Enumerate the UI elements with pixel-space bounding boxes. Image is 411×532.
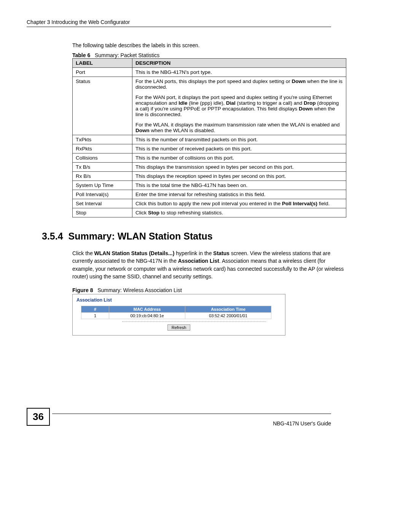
row-stop: Stop Click Stop to stop refreshing stati… — [73, 208, 346, 217]
figure8-box: Association List # MAC Address Associati… — [72, 294, 285, 335]
row-rxbs: Rx B/s This displays the reception speed… — [73, 172, 346, 181]
dotted-separator — [122, 321, 266, 322]
cell-desc: Click Stop to stop refreshing statistics… — [132, 208, 346, 217]
table6-caption: Table 6 Summary: Packet Statistics — [72, 52, 331, 58]
th-description: DESCRIPTION — [132, 59, 346, 68]
cell-label: Stop — [73, 208, 132, 217]
row-txbs: Tx B/s This displays the transmission sp… — [73, 163, 346, 172]
row-uptime: System Up Time This is the total time th… — [73, 181, 346, 190]
cell-label: Poll Interval(s) — [73, 190, 132, 199]
section-title: Summary: WLAN Station Status — [68, 231, 213, 241]
cell-label: Tx B/s — [73, 163, 132, 172]
th-label: LABEL — [73, 59, 132, 68]
section-number: 3.5.4 — [42, 231, 63, 241]
table6-caption-prefix: Table 6 — [72, 52, 90, 58]
cell-desc: This is the number of collisions on this… — [132, 153, 346, 163]
association-list-title: Association List — [76, 297, 281, 303]
th-time: Association Time — [185, 306, 271, 313]
cell-label: Port — [73, 68, 132, 77]
cell-desc: This is the total time the NBG-417N has … — [132, 181, 346, 190]
row-txpkts: TxPkts This is the number of transmitted… — [73, 135, 346, 144]
section-heading: 3.5.4 Summary: WLAN Station Status — [42, 231, 331, 242]
figure8-caption-prefix: Figure 8 — [72, 287, 93, 293]
guide-name: NBG-417N User's Guide — [273, 420, 331, 427]
assoc-row-1: 1 00:19:cb:04:80:1e 03:52:42 2000/01/01 — [81, 313, 271, 319]
cell-desc: Enter the time interval for refreshing s… — [132, 190, 346, 199]
th-index: # — [81, 306, 109, 313]
cell-label: System Up Time — [73, 181, 132, 190]
association-table: # MAC Address Association Time 1 00:19:c… — [81, 306, 271, 319]
cell-label: Rx B/s — [73, 172, 132, 181]
footer-rule — [52, 414, 331, 414]
table6-caption-title: Summary: Packet Statistics — [95, 52, 159, 58]
cell-desc: This is the number of transmitted packet… — [132, 135, 346, 144]
row-port: Port This is the NBG-417N's port type. — [73, 68, 346, 77]
cell-label: Status — [73, 77, 132, 135]
section-paragraph: Click the WLAN Station Status (Details..… — [72, 249, 346, 280]
cell-desc: This is the NBG-417N's port type. — [132, 68, 346, 77]
cell-index: 1 — [81, 313, 109, 319]
table6: LABEL DESCRIPTION Port This is the NBG-4… — [72, 58, 346, 217]
row-rxpkts: RxPkts This is the number of received pa… — [73, 144, 346, 153]
figure8-caption-title: Summary: Wireless Association List — [97, 287, 182, 293]
row-collisions: Collisions This is the number of collisi… — [73, 153, 346, 163]
figure8-caption: Figure 8 Summary: Wireless Association L… — [72, 287, 331, 293]
assoc-header-row: # MAC Address Association Time — [81, 306, 271, 313]
cell-time: 03:52:42 2000/01/01 — [185, 313, 271, 319]
cell-desc: For the LAN ports, this displays the por… — [132, 77, 346, 135]
cell-label: TxPkts — [73, 135, 132, 144]
cell-desc: Click this button to apply the new poll … — [132, 199, 346, 208]
cell-label: Set Interval — [73, 199, 132, 208]
page-number: 36 — [27, 408, 50, 426]
page-header: Chapter 3 Introducing the Web Configurat… — [27, 19, 331, 27]
cell-mac: 00:19:cb:04:80:1e — [109, 313, 185, 319]
refresh-button[interactable]: Refresh — [167, 324, 191, 331]
cell-desc: This is the number of received packets o… — [132, 144, 346, 153]
cell-label: Collisions — [73, 153, 132, 163]
row-status: Status For the LAN ports, this displays … — [73, 77, 346, 135]
intro-paragraph: The following table describes the labels… — [72, 42, 331, 48]
cell-label: RxPkts — [73, 144, 132, 153]
row-pollint: Poll Interval(s) Enter the time interval… — [73, 190, 346, 199]
table6-header-row: LABEL DESCRIPTION — [73, 59, 346, 68]
cell-desc: This displays the transmission speed in … — [132, 163, 346, 172]
chapter-label: Chapter 3 Introducing the Web Configurat… — [27, 19, 130, 25]
cell-desc: This displays the reception speed in byt… — [132, 172, 346, 181]
th-mac: MAC Address — [109, 306, 185, 313]
row-setint: Set Interval Click this button to apply … — [73, 199, 346, 208]
